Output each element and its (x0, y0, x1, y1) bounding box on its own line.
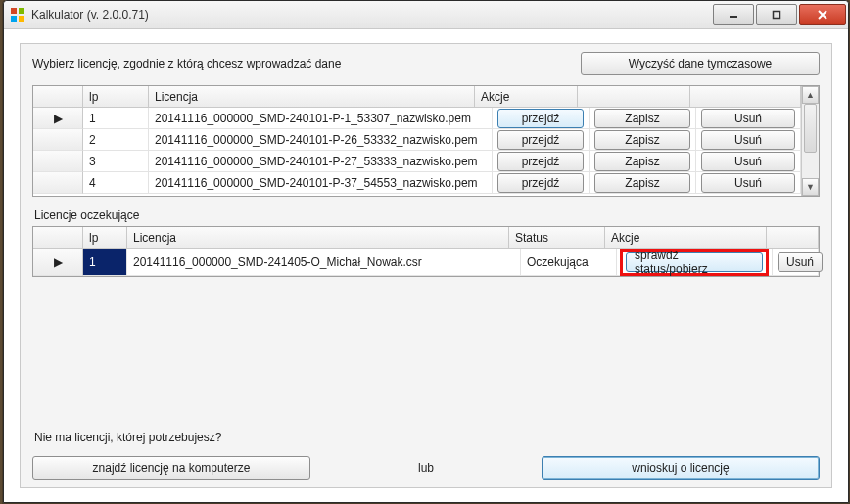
col-header-akcje[interactable]: Akcje (475, 86, 578, 108)
scroll-up-icon[interactable]: ▲ (802, 86, 819, 104)
window-title: Kalkulator (v. 2.0.0.71) (31, 8, 149, 22)
col-header-blank (767, 227, 819, 249)
row-header (33, 129, 83, 151)
usun-button[interactable]: Usuń (778, 252, 823, 272)
grid-corner (33, 86, 83, 108)
svg-rect-5 (774, 12, 780, 19)
close-button[interactable] (799, 4, 846, 25)
zapisz-button[interactable]: Zapisz (594, 109, 690, 128)
svg-rect-0 (11, 8, 17, 14)
table-row[interactable]: ▶ 1 20141116_000000_SMD-241405-O_Michał_… (33, 249, 819, 276)
need-license-prompt: Nie ma licencji, której potrzebujesz? (34, 431, 820, 444)
cell-lp: 2 (83, 129, 149, 151)
col-header-akcje[interactable]: Akcje (605, 227, 767, 249)
main-panel: Wybierz licencję, zgodnie z którą chcesz… (20, 43, 832, 488)
cell-lp: 1 (83, 249, 127, 276)
cell-licencja: 20141116_000000_SMD-241405-O_Michał_Nowa… (127, 249, 521, 276)
row-indicator-icon: ▶ (33, 108, 83, 129)
zapisz-button[interactable]: Zapisz (594, 152, 690, 171)
usun-button[interactable]: Usuń (701, 109, 795, 128)
przejdz-button[interactable]: przejdź (497, 173, 584, 193)
zapisz-button[interactable]: Zapisz (594, 173, 690, 193)
pending-licenses-grid[interactable]: lp Licencja Status Akcje ▶ 1 20141116_00… (32, 226, 820, 277)
row-indicator-icon: ▶ (33, 249, 83, 276)
app-window: Kalkulator (v. 2.0.0.71) Wybierz licencj… (3, 0, 849, 503)
app-icon (10, 7, 25, 23)
col-header-blank1 (578, 86, 690, 108)
przejdz-button[interactable]: przejdź (497, 152, 584, 171)
cell-lp: 4 (83, 172, 149, 194)
cell-status: Oczekująca (521, 249, 617, 276)
col-header-lp[interactable]: lp (83, 86, 149, 108)
usun-button[interactable]: Usuń (701, 130, 795, 150)
cell-licencja: 20141116_000000_SMD-240101-P-27_53333_na… (149, 151, 493, 172)
table-row[interactable]: 3 20141116_000000_SMD-240101-P-27_53333_… (33, 151, 801, 172)
przejdz-button[interactable]: przejdź (497, 109, 584, 128)
col-header-status[interactable]: Status (509, 227, 605, 249)
usun-button[interactable]: Usuń (701, 152, 795, 171)
cell-licencja: 20141116_000000_SMD-240101-P-37_54553_na… (149, 172, 493, 194)
cell-lp: 1 (83, 108, 149, 129)
scroll-thumb[interactable] (804, 104, 817, 153)
pending-licenses-label: Licencje oczekujące (34, 208, 820, 222)
col-header-licencja[interactable]: Licencja (149, 86, 475, 108)
usun-button[interactable]: Usuń (701, 173, 795, 193)
minimize-button[interactable] (713, 4, 754, 25)
grid-corner (33, 227, 83, 249)
svg-rect-2 (11, 16, 17, 22)
col-header-blank2 (690, 86, 801, 108)
cell-licencja: 20141116_000000_SMD-240101-P-1_53307_naz… (149, 108, 493, 129)
request-license-button[interactable]: wnioskuj o licencję (542, 456, 820, 480)
licenses-grid[interactable]: lp Licencja Akcje ▶ 1 20141116_000000_SM… (32, 85, 820, 197)
instruction-label: Wybierz licencję, zgodnie z którą chcesz… (32, 57, 581, 70)
table-row[interactable]: 2 20141116_000000_SMD-240101-P-26_53332_… (33, 129, 801, 151)
col-header-lp[interactable]: lp (83, 227, 127, 249)
row-header (33, 151, 83, 172)
cell-licencja: 20141116_000000_SMD-240101-P-26_53332_na… (149, 129, 493, 151)
vertical-scrollbar[interactable]: ▲ ▼ (801, 86, 819, 196)
table-row[interactable]: ▶ 1 20141116_000000_SMD-240101-P-1_53307… (33, 108, 801, 129)
svg-rect-3 (19, 16, 24, 22)
find-license-button[interactable]: znajdź licencję na komputerze (32, 456, 310, 480)
check-status-button[interactable]: sprawdź status/pobierz (626, 252, 763, 272)
cell-lp: 3 (83, 151, 149, 172)
titlebar: Kalkulator (v. 2.0.0.71) (4, 1, 848, 29)
or-label: lub (404, 461, 448, 475)
window-buttons (711, 4, 846, 25)
highlight-annotation: sprawdź status/pobierz (620, 249, 769, 276)
svg-rect-1 (19, 8, 24, 14)
col-header-licencja[interactable]: Licencja (127, 227, 509, 249)
przejdz-button[interactable]: przejdź (497, 130, 584, 150)
scroll-down-icon[interactable]: ▼ (802, 178, 819, 196)
clear-temp-data-button[interactable]: Wyczyść dane tymczasowe (581, 52, 820, 75)
row-header (33, 172, 83, 194)
zapisz-button[interactable]: Zapisz (594, 130, 690, 150)
table-row[interactable]: 4 20141116_000000_SMD-240101-P-37_54553_… (33, 172, 801, 194)
maximize-button[interactable] (756, 4, 797, 25)
